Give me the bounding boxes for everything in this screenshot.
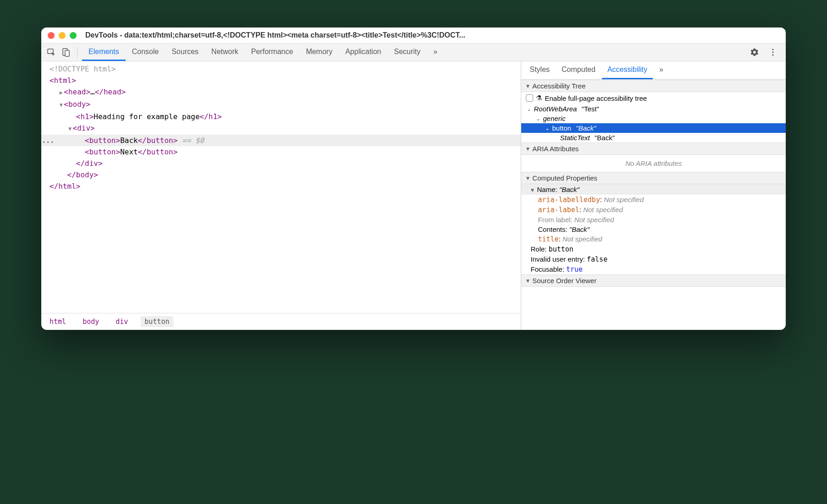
enable-fullpage-checkbox[interactable] (526, 94, 533, 102)
breadcrumb-div[interactable]: div (112, 316, 132, 327)
a11y-node-button-selected[interactable]: ⌄button "Back" (521, 123, 786, 133)
aria-empty-message: No ARIA attributes (521, 155, 786, 172)
svg-point-5 (772, 54, 773, 55)
button-back-text[interactable]: Back (120, 136, 138, 145)
tab-application[interactable]: Application (339, 44, 387, 61)
attr-key: aria-labelledby (538, 196, 600, 204)
expand-icon: ⌄ (544, 125, 551, 131)
side-tab-styles[interactable]: Styles (524, 61, 555, 79)
close-window-button[interactable] (48, 32, 55, 39)
disclosure-triangle-icon: ▼ (525, 278, 530, 284)
button-close-tag: button (147, 148, 173, 156)
source-order-header[interactable]: ▼Source Order Viewer (521, 274, 786, 287)
breadcrumb-html[interactable]: html (46, 316, 70, 327)
a11y-name: "Test" (582, 105, 599, 113)
a11y-role: StaticText (560, 134, 590, 142)
tab-performance[interactable]: Performance (245, 44, 300, 61)
a11y-role: button (552, 124, 571, 132)
a11y-node-generic[interactable]: ⌄generic (521, 114, 786, 123)
attr-value: Not specified (604, 196, 644, 203)
collapse-toggle-icon[interactable]: ▼ (67, 123, 73, 135)
source-order-label: Source Order Viewer (532, 277, 596, 285)
svg-rect-2 (65, 50, 69, 56)
main-toolbar: Elements Console Sources Network Perform… (41, 43, 786, 61)
a11y-node-statictext[interactable]: StaticText "Back" (521, 133, 786, 142)
div-close-tag[interactable]: div (85, 159, 98, 168)
computed-header-label: Computed Properties (532, 174, 597, 182)
computed-invalid: Invalid user entry: false (521, 254, 786, 264)
computed-properties-header[interactable]: ▼Computed Properties (521, 172, 786, 184)
button-tag[interactable]: button (89, 136, 116, 145)
body-close-tag[interactable]: body (76, 170, 94, 179)
inspect-element-icon[interactable] (45, 46, 58, 59)
button-next-text[interactable]: Next (120, 148, 138, 156)
collapsed-ellipsis: … (90, 88, 95, 96)
settings-icon[interactable] (748, 46, 761, 59)
disclosure-triangle-icon: ▼ (529, 187, 535, 193)
attr-key: Invalid user entry: (530, 255, 584, 263)
expand-toggle-icon[interactable]: ▶ (58, 87, 64, 99)
computed-name-row[interactable]: ▼ Name: "Back" (521, 184, 786, 195)
h1-text[interactable]: Heading for example page (94, 112, 199, 121)
breadcrumb-button[interactable]: button (141, 316, 173, 327)
html-open-tag[interactable]: html (54, 76, 72, 85)
enable-fullpage-label: Enable full-page accessibility tree (545, 94, 647, 102)
disclosure-triangle-icon: ▼ (525, 175, 530, 181)
enable-fullpage-row: ⚗ Enable full-page accessibility tree (521, 92, 786, 104)
h1-close-tag: h1 (209, 112, 217, 121)
breadcrumb-body[interactable]: body (79, 316, 103, 327)
tab-console[interactable]: Console (126, 44, 165, 61)
a11y-name: "Back" (595, 134, 615, 142)
attr-key: Contents: (538, 225, 567, 233)
breadcrumb: html body div button (41, 313, 521, 330)
zoom-window-button[interactable] (70, 32, 77, 39)
toolbar-separator (77, 47, 77, 58)
aria-attributes-header[interactable]: ▼ARIA Attributes (521, 142, 786, 155)
attr-value: Not specified (574, 216, 614, 224)
elements-panel: <!DOCTYPE html> <html> ▶<head>…</head> ▼… (41, 61, 521, 330)
kebab-menu-icon[interactable] (766, 46, 779, 59)
side-tab-computed[interactable]: Computed (556, 61, 601, 79)
head-close-tag: head (104, 88, 121, 96)
top-tabs: Elements Console Sources Network Perform… (82, 44, 746, 61)
selected-dom-node[interactable]: ••• <button>Back</button> == $0 (41, 135, 521, 146)
attr-value: true (566, 265, 583, 274)
div-tag[interactable]: div (77, 124, 90, 132)
computed-from-label: From label: Not specified (521, 215, 786, 225)
button-tag[interactable]: button (89, 148, 116, 156)
aria-header-label: ARIA Attributes (532, 145, 579, 153)
attr-key: From label: (538, 216, 572, 224)
a11y-role: RootWebArea (534, 105, 577, 113)
a11y-node-root[interactable]: ⌄RootWebArea "Test" (521, 104, 786, 114)
tab-sources[interactable]: Sources (165, 44, 205, 61)
h1-tag[interactable]: h1 (80, 112, 89, 121)
side-tab-accessibility[interactable]: Accessibility (602, 61, 653, 79)
computed-aria-label: aria-label: Not specified (521, 205, 786, 215)
tab-elements[interactable]: Elements (82, 44, 126, 61)
minimize-window-button[interactable] (59, 32, 66, 39)
a11y-tree-header-label: Accessibility Tree (532, 82, 585, 90)
a11y-tree-header[interactable]: ▼Accessibility Tree (521, 80, 786, 92)
tab-network[interactable]: Network (205, 44, 245, 61)
dom-tree[interactable]: <!DOCTYPE html> <html> ▶<head>…</head> ▼… (41, 61, 521, 313)
tab-security[interactable]: Security (387, 44, 427, 61)
device-toolbar-icon[interactable] (60, 46, 72, 59)
tab-more[interactable]: » (427, 44, 444, 61)
side-tab-more[interactable]: » (654, 61, 669, 79)
body-open-tag[interactable]: body (68, 100, 86, 109)
attr-key: Focusable: (530, 265, 564, 273)
computed-aria-labelledby: aria-labelledby: Not specified (521, 195, 786, 205)
collapse-toggle-icon[interactable]: ▼ (58, 99, 64, 111)
doctype-node[interactable]: <!DOCTYPE html> (50, 65, 116, 73)
expand-icon: ⌄ (526, 106, 532, 112)
tab-memory[interactable]: Memory (299, 44, 339, 61)
disclosure-triangle-icon: ▼ (525, 146, 530, 152)
computed-role: Role: button (521, 244, 786, 254)
attr-value: "Back" (569, 225, 590, 233)
attr-key: title (538, 235, 558, 243)
attr-key: Role: (530, 245, 546, 253)
head-tag[interactable]: head (68, 88, 86, 96)
a11y-role: generic (543, 115, 565, 122)
devtools-window: DevTools - data:text/html;charset=utf-8,… (41, 27, 786, 330)
html-close-tag[interactable]: html (58, 182, 76, 191)
